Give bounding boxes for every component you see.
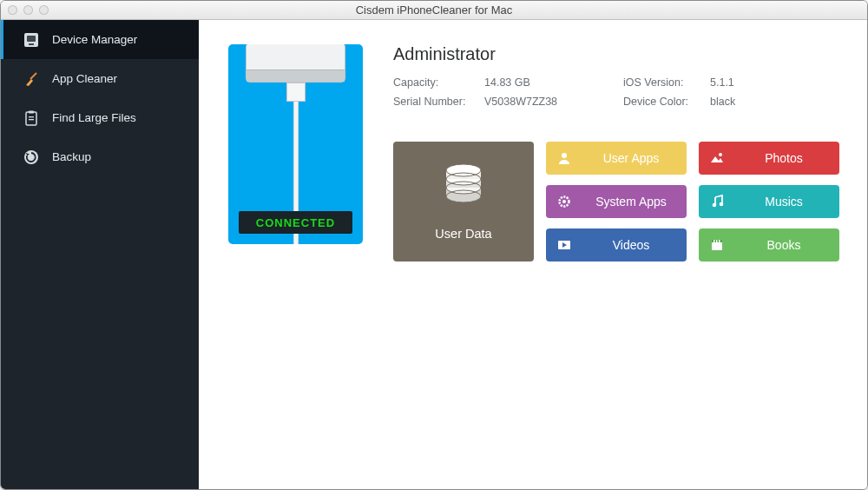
capacity-label: Capacity: (393, 76, 484, 89)
svg-rect-2 (29, 43, 34, 45)
video-icon (556, 237, 572, 253)
svg-rect-5 (29, 110, 34, 113)
sidebar-item-find-large-files[interactable]: Find Large Files (1, 98, 199, 137)
device-illustration: CONNECTED (228, 44, 363, 244)
serial-label: Serial Number: (393, 96, 484, 108)
device-icon (23, 31, 40, 49)
device-name: Administrator (393, 44, 838, 64)
tile-books[interactable]: Books (699, 228, 839, 262)
app-window: Cisdem iPhoneCleaner for Mac Device Mana… (0, 0, 868, 490)
tile-label: User Data (435, 227, 491, 241)
broom-icon (23, 70, 40, 88)
tile-label: Books (742, 238, 839, 252)
user-icon (556, 150, 572, 166)
music-icon (709, 194, 725, 209)
tile-label: Videos (589, 238, 687, 252)
svg-rect-7 (29, 119, 34, 120)
svg-rect-4 (26, 112, 36, 125)
backup-icon (23, 149, 40, 166)
connection-status: CONNECTED (239, 211, 352, 234)
sidebar-item-label: Find Large Files (52, 111, 136, 124)
minimize-icon[interactable] (23, 5, 33, 15)
titlebar: Cisdem iPhoneCleaner for Mac (1, 1, 867, 20)
database-icon (443, 163, 484, 213)
window-title: Cisdem iPhoneCleaner for Mac (1, 3, 867, 17)
serial-value: V5038W7ZZ38 (484, 96, 623, 108)
svg-rect-1 (27, 36, 36, 42)
tile-musics[interactable]: Musics (699, 185, 839, 218)
svg-point-14 (562, 153, 567, 158)
category-tiles: User Data User Apps Photos System Apps (393, 142, 839, 262)
photos-icon (709, 150, 725, 166)
gear-icon (556, 194, 572, 209)
device-color-value: black (710, 96, 779, 108)
ios-version-label: iOS Version: (623, 76, 710, 89)
tile-label: User Apps (589, 151, 687, 165)
sidebar-item-label: App Cleaner (52, 72, 117, 85)
app-body: Device Manager App Cleaner Find Large Fi… (1, 20, 867, 489)
svg-point-19 (720, 202, 724, 207)
tile-label: Photos (742, 151, 839, 165)
tile-system-apps[interactable]: System Apps (546, 185, 687, 218)
svg-line-3 (30, 73, 36, 79)
main-content: CONNECTED Administrator Capacity: 14.83 … (199, 20, 867, 489)
device-info: Administrator Capacity: 14.83 GB iOS Ver… (393, 44, 838, 108)
device-color-label: Device Color: (623, 96, 710, 108)
book-icon (709, 237, 725, 253)
sidebar-item-label: Device Manager (52, 33, 137, 46)
small-tiles-grid: User Apps Photos System Apps Musics (546, 142, 839, 262)
capacity-value: 14.83 GB (484, 76, 623, 89)
device-info-grid: Capacity: 14.83 GB iOS Version: 5.1.1 Se… (393, 76, 838, 108)
tile-label: System Apps (589, 195, 687, 209)
ios-version-value: 5.1.1 (710, 76, 779, 89)
svg-point-15 (719, 153, 722, 156)
device-connector-icon (246, 44, 345, 83)
cable-head-icon (286, 83, 306, 102)
close-icon[interactable] (8, 5, 17, 15)
sidebar-item-backup[interactable]: Backup (1, 137, 199, 176)
sidebar-item-app-cleaner[interactable]: App Cleaner (1, 59, 199, 98)
tile-label: Musics (742, 195, 839, 209)
svg-rect-6 (29, 116, 34, 117)
svg-point-17 (562, 200, 566, 203)
zoom-icon[interactable] (39, 5, 49, 15)
tile-user-data[interactable]: User Data (393, 142, 534, 262)
sidebar: Device Manager App Cleaner Find Large Fi… (1, 20, 199, 489)
tile-photos[interactable]: Photos (699, 142, 839, 175)
svg-rect-24 (716, 240, 718, 242)
svg-rect-25 (719, 240, 720, 242)
window-controls (8, 5, 49, 15)
sidebar-item-label: Backup (52, 150, 91, 163)
clipboard-icon (23, 109, 40, 127)
tile-videos[interactable]: Videos (546, 228, 687, 262)
svg-rect-23 (713, 240, 715, 242)
tile-user-apps[interactable]: User Apps (546, 142, 687, 175)
sidebar-item-device-manager[interactable]: Device Manager (1, 20, 199, 59)
